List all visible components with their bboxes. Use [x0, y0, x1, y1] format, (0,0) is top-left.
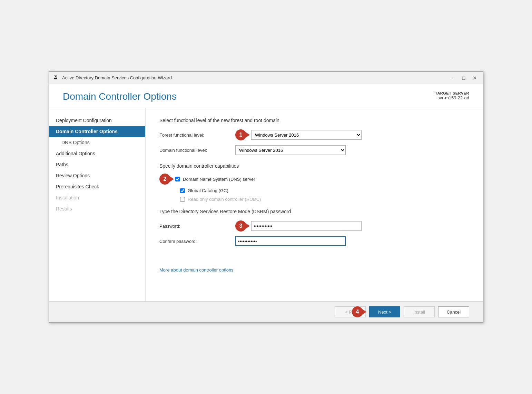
rodc-row: Read only domain controller (RODC)	[159, 197, 469, 202]
dns-server-row: 2 Domain Name System (DNS) server	[159, 174, 469, 185]
password-section: Type the Directory Services Restore Mode…	[159, 209, 469, 246]
sidebar-item-dc-options[interactable]: Domain Controller Options	[49, 126, 145, 137]
badge3-container: 3	[235, 220, 362, 232]
domain-level-select[interactable]: Windows Server 2016 Windows Server 2012 …	[235, 145, 346, 155]
minimize-button[interactable]: −	[448, 74, 457, 82]
wizard-footer: < P... 4 Next > Install Cancel	[49, 301, 483, 322]
main-content: Select functional level of the new fores…	[146, 108, 483, 301]
forest-level-row: Forest functional level: 1 Windows Serve…	[159, 129, 469, 140]
capabilities-section: Specify domain controller capabilities 2…	[159, 163, 469, 202]
app-icon: 🖥	[52, 75, 59, 81]
functional-level-title: Select functional level of the new fores…	[159, 118, 469, 123]
badge2-container: 2	[159, 174, 170, 185]
confirm-password-row: Confirm password:	[159, 236, 469, 246]
maximize-button[interactable]: □	[459, 74, 469, 82]
window-title: Active Directory Domain Services Configu…	[62, 75, 172, 80]
wizard-window: 🖥 Active Directory Domain Services Confi…	[49, 71, 483, 323]
target-server-info: TARGET SERVER svr-m159-22-ad	[435, 91, 469, 100]
badge-3: 3	[235, 220, 246, 232]
dns-server-label: Domain Name System (DNS) server	[183, 177, 255, 182]
badge-4: 4	[352, 306, 363, 317]
domain-level-label: Domain functional level:	[159, 148, 235, 153]
dsrm-title: Type the Directory Services Restore Mode…	[159, 209, 469, 214]
capabilities-title: Specify domain controller capabilities	[159, 163, 469, 169]
confirm-password-input[interactable]	[235, 236, 346, 246]
sidebar-item-results: Results	[49, 203, 145, 214]
forest-level-badge-container: 1 Windows Server 2016 Windows Server 201…	[235, 129, 362, 140]
badge-2: 2	[159, 174, 170, 185]
rodc-checkbox[interactable]	[180, 197, 185, 202]
rodc-label: Read only domain controller (RODC)	[188, 197, 261, 202]
password-label: Password:	[159, 224, 235, 229]
install-button[interactable]: Install	[404, 306, 435, 317]
sidebar-item-additional-options[interactable]: Additional Options	[49, 148, 145, 159]
sidebar-item-paths[interactable]: Paths	[49, 159, 145, 170]
target-server-name: svr-m159-22-ad	[435, 95, 469, 100]
confirm-password-label: Confirm password:	[159, 239, 235, 244]
forest-level-label: Forest functional level:	[159, 132, 235, 138]
info-link-area: More about domain controller options	[159, 267, 469, 273]
window-controls: − □ ✕	[448, 74, 480, 82]
sidebar-item-dns-options[interactable]: DNS Options	[49, 137, 145, 148]
sidebar-item-review-options[interactable]: Review Options	[49, 170, 145, 181]
domain-level-row: Domain functional level: Windows Server …	[159, 145, 469, 155]
wizard-sidebar: Deployment Configuration Domain Controll…	[49, 108, 146, 301]
info-link[interactable]: More about domain controller options	[159, 267, 234, 273]
sidebar-item-installation: Installation	[49, 192, 145, 203]
title-bar: 🖥 Active Directory Domain Services Confi…	[49, 72, 483, 84]
forest-level-select[interactable]: Windows Server 2016 Windows Server 2012 …	[251, 130, 362, 140]
wizard-header: Domain Controller Options TARGET SERVER …	[49, 84, 483, 108]
dns-server-checkbox[interactable]	[175, 177, 180, 181]
cancel-button[interactable]: Cancel	[438, 306, 469, 317]
global-catalog-label: Global Catalog (GC)	[188, 188, 228, 193]
content-area: Deployment Configuration Domain Controll…	[49, 108, 483, 301]
page-title: Domain Controller Options	[63, 91, 177, 102]
password-input[interactable]	[251, 221, 362, 231]
global-catalog-row: Global Catalog (GC)	[159, 188, 469, 193]
title-bar-left: 🖥 Active Directory Domain Services Confi…	[52, 75, 172, 81]
close-button[interactable]: ✕	[470, 74, 480, 82]
badge-1: 1	[235, 129, 246, 140]
sidebar-item-deployment[interactable]: Deployment Configuration	[49, 115, 145, 126]
password-row: Password: 3	[159, 220, 469, 232]
global-catalog-checkbox[interactable]	[180, 188, 185, 193]
sidebar-item-prerequisites[interactable]: Prerequisites Check	[49, 181, 145, 192]
next-button[interactable]: Next >	[369, 306, 400, 317]
target-server-label: TARGET SERVER	[435, 91, 469, 95]
